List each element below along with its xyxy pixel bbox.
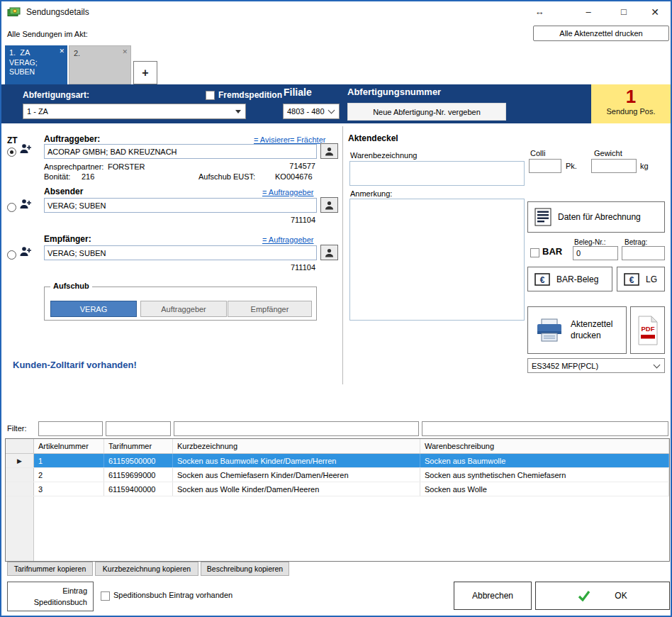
empfaenger-radio[interactable] [7, 250, 16, 260]
resize-icon[interactable]: ↔ [527, 1, 552, 23]
dropdown-arrow-icon [235, 110, 241, 113]
minimize-button[interactable]: – [576, 1, 601, 23]
euro-receipt-icon: € [534, 273, 550, 286]
contact-card-button[interactable] [320, 143, 338, 159]
tab-close-icon[interactable]: ✕ [122, 48, 128, 55]
add-contact-icon[interactable] [19, 245, 32, 261]
cell-tarifnummer: 61159400000 [104, 482, 173, 496]
auftraggeber-input[interactable] [44, 144, 317, 159]
aufschub-auftraggeber-button[interactable]: Auftraggeber [140, 301, 227, 317]
empfaenger-input[interactable] [44, 245, 317, 260]
window-title: Sendungsdetails [26, 7, 89, 17]
copy-tarifnummer-button[interactable]: Tarifnummer kopieren [7, 562, 93, 576]
column-header-artikelnummer[interactable]: Artikelnummer [34, 439, 104, 453]
beleg-nr-input[interactable] [573, 246, 618, 260]
bar-beleg-button[interactable]: € BAR-Beleg [527, 267, 612, 291]
eintrag-speditionsbuch-button[interactable]: Eintrag Speditionsbuch [7, 582, 94, 611]
filter-artikelnummer-input[interactable] [38, 421, 103, 436]
bonitaet-label: Bonität: [44, 172, 70, 181]
colli-input[interactable] [529, 159, 561, 173]
aufschub-group: Aufschub VERAG Auftraggeber Empfänger [44, 287, 317, 321]
print-all-aktenzettel-button[interactable]: Alle Aktenzettel drucken [533, 26, 669, 41]
bar-checkbox[interactable] [530, 248, 539, 257]
cell-kurzbezeichnung: Socken aus Baumwolle Kinder/Damen/Herren [173, 454, 420, 467]
copy-kurzbezeichnung-button[interactable]: Kurzbezeichnung kopieren [95, 562, 198, 576]
gewicht-unit-label: kg [640, 162, 649, 170]
table-row[interactable]: 3 61159400000 Socken aus Wolle Kinder/Da… [6, 482, 669, 496]
abbrechen-button[interactable]: Abbrechen [454, 582, 532, 610]
absender-auftraggeber-link[interactable]: = Auftraggeber [262, 188, 313, 196]
gewicht-input[interactable] [591, 159, 637, 173]
check-icon [578, 590, 590, 601]
table-row[interactable]: 2 61159699000 Socken aus Chemiefasern Ki… [6, 468, 669, 482]
tab-subtitle: VERAG; SUBEN [5, 57, 55, 77]
filiale-select[interactable]: 4803 - 480 [283, 104, 340, 119]
dispatch-bar: Abfertigungsart: Fremdspedition 1 - ZA F… [1, 84, 671, 123]
contact-card-button[interactable] [320, 245, 338, 260]
maximize-button[interactable]: □ [611, 1, 637, 23]
anmerkung-textarea[interactable] [349, 199, 525, 321]
auftraggeber-number: 714577 [273, 162, 315, 170]
filter-kurzbezeichnung-input[interactable] [174, 421, 419, 436]
zt-label: ZT [7, 135, 18, 145]
aufschub-eust-label: Aufschub EUST: [198, 172, 255, 181]
akt-label: Alle Sendungen im Akt: [7, 30, 88, 38]
absender-radio[interactable] [7, 203, 16, 212]
chevron-down-icon [328, 107, 335, 114]
eintrag-label: Eintrag [8, 585, 87, 597]
printer-select[interactable]: ES3452 MFP(PCL) [527, 358, 665, 373]
warenbezeichnung-input[interactable] [349, 161, 525, 186]
svg-text:PDF: PDF [641, 325, 654, 333]
aktenzettel-drucken-button[interactable]: Aktenzettel drucken [527, 306, 627, 354]
lg-button[interactable]: € LG [617, 267, 665, 291]
abfertigungsart-select[interactable]: 1 - ZA [23, 104, 246, 119]
bonitaet-value: 216 [82, 172, 94, 181]
filter-warenbeschreibung-input[interactable] [422, 421, 668, 436]
filiale-label: Filiale [284, 87, 312, 98]
ok-button[interactable]: OK [535, 582, 670, 610]
sendung-position-count: 1 [591, 86, 671, 107]
column-header-warenbeschreibung[interactable]: Warenbeschreibung [420, 439, 669, 453]
copy-beschreibung-button[interactable]: Beschreibung kopieren [201, 562, 289, 576]
daten-abrechnung-label: Daten für Abrechnung [558, 212, 641, 222]
speditionsbuch-label: Speditionsbuch [8, 596, 87, 608]
close-button[interactable]: ✕ [642, 1, 668, 23]
warenbezeichnung-label: Warenbezeichnung [350, 151, 417, 160]
daten-abrechnung-button[interactable]: Daten für Abrechnung [527, 201, 665, 233]
svg-text:€: € [629, 274, 634, 284]
neue-abfertigungsnummer-button[interactable]: Neue Abfertigung-Nr. vergeben [347, 103, 506, 121]
pdf-button[interactable]: PDF [630, 306, 665, 354]
aktendeckel-title: Aktendeckel [348, 133, 398, 143]
vertical-divider [342, 126, 343, 384]
speditionsbuch-checkbox[interactable] [101, 591, 110, 601]
aktenzettel-drucken-label: Aktenzettel drucken [571, 319, 622, 341]
column-header-kurzbezeichnung[interactable]: Kurzbezeichnung [173, 439, 420, 453]
abfertigungsart-label: Abfertigungsart: [23, 90, 89, 100]
add-contact-icon[interactable] [19, 198, 32, 213]
titlebar: Sendungsdetails ↔ – □ ✕ [1, 1, 671, 23]
table-row[interactable]: ▶ 1 61159500000 Socken aus Baumwolle Kin… [6, 454, 669, 468]
empfaenger-label: Empfänger: [44, 234, 91, 244]
avisierer-link[interactable]: = Avisierer [254, 135, 290, 144]
add-contact-icon[interactable] [19, 143, 32, 158]
contact-card-button[interactable] [320, 197, 338, 213]
column-header-tarifnummer[interactable]: Tarifnummer [104, 439, 173, 453]
zolltarif-notice: Kunden-Zolltarif vorhanden! [13, 360, 137, 370]
aufschub-verag-button[interactable]: VERAG [50, 301, 137, 317]
gewicht-label: Gewicht [594, 149, 622, 157]
aufschub-empfaenger-button[interactable]: Empfänger [228, 301, 312, 317]
absender-input[interactable] [44, 198, 317, 213]
empfaenger-auftraggeber-link[interactable]: = Auftraggeber [262, 235, 313, 244]
filter-tarifnummer-input[interactable] [106, 421, 171, 436]
cell-artikelnummer: 3 [34, 482, 104, 496]
beleg-nr-label: Beleg-Nr.: [574, 238, 605, 246]
cell-warenbeschreibung: Socken aus synthetischen Chemiefasern [420, 468, 669, 482]
fremdspedition-checkbox[interactable] [206, 91, 215, 100]
add-tab-button[interactable]: + [133, 61, 157, 84]
tab-close-icon[interactable]: ✕ [59, 48, 65, 55]
ok-label: OK [615, 591, 627, 601]
tab-sendung-1[interactable]: 1. ZA VERAG; SUBEN ✕ [5, 45, 67, 84]
tab-sendung-2[interactable]: 2. ✕ [69, 45, 131, 84]
betrag-input[interactable] [622, 246, 665, 260]
auftraggeber-radio[interactable] [7, 148, 16, 157]
